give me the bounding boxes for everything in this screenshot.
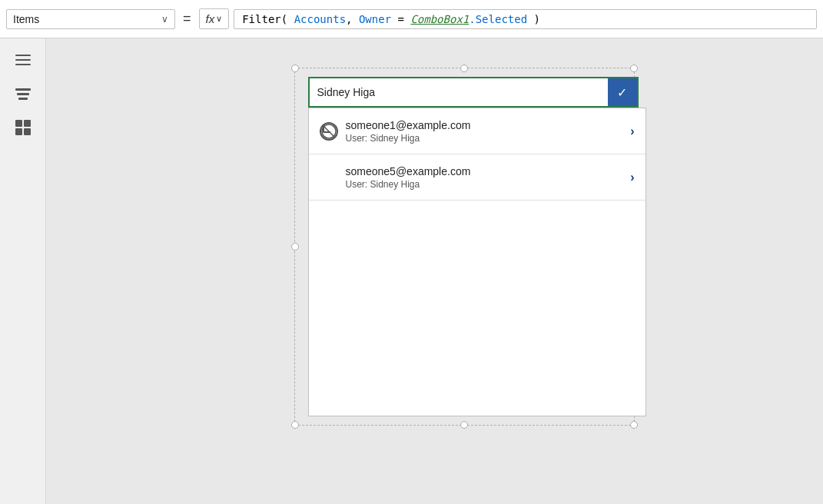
list-item[interactable]: someone1@example.com User: Sidney Higa › [309,108,645,154]
item-blocked-icon [320,122,338,141]
hamburger-icon [15,55,31,56]
item-content: someone1@example.com User: Sidney Higa [346,119,631,144]
equals-sign: = [180,11,194,27]
handle-bc[interactable] [460,421,468,429]
fx-icon: fx [206,12,215,25]
list-empty-area [309,201,645,416]
fx-button[interactable]: fx ∨ [199,8,230,29]
hamburger-icon [15,64,31,65]
sidebar-item-grid[interactable] [12,118,35,137]
combobox[interactable]: Sidney Higa ✓ [308,77,639,108]
svg-line-1 [324,126,334,137]
formula-input[interactable]: Filter( Accounts , Owner = ComboBox1 .Se… [234,9,817,29]
sidebar [0,38,46,504]
handle-tl[interactable] [291,65,299,72]
item-user: User: Sidney Higa [346,179,631,190]
item-navigate-icon[interactable]: › [630,171,634,184]
item-user: User: Sidney Higa [346,133,631,144]
sidebar-item-hamburger[interactable] [12,51,35,69]
handle-bl[interactable] [291,421,299,429]
list-item[interactable]: someone5@example.com User: Sidney Higa › [309,154,645,201]
item-email: someone5@example.com [346,165,631,177]
canvas-area: Sidney Higa ✓ [46,38,823,504]
items-dropdown[interactable]: Items ∨ [6,9,175,29]
combobox-dropdown-button[interactable]: ✓ [608,78,637,106]
handle-ml[interactable] [291,243,299,250]
item-content: someone5@example.com User: Sidney Higa [320,165,631,190]
fx-chevron-icon: ∨ [216,14,222,24]
items-dropdown-label: Items [13,13,158,25]
chevron-down-icon: ∨ [161,14,168,25]
dropdown-list: someone1@example.com User: Sidney Higa ›… [308,108,646,416]
combobox-chevron-icon: ✓ [617,85,627,100]
handle-br[interactable] [630,421,638,429]
handle-tc[interactable] [460,65,468,72]
hamburger-icon [15,59,31,61]
combobox-value: Sidney Higa [310,86,608,98]
item-navigate-icon[interactable]: › [630,124,634,138]
layers-icon [15,88,31,100]
grid-icon [15,120,31,135]
formula-bar: Items ∨ = fx ∨ Filter( Accounts , Owner … [0,0,823,38]
formula-text: Filter( Accounts , Owner = ComboBox1 .Se… [242,13,808,25]
handle-tr[interactable] [630,65,638,72]
main-area: Sidney Higa ✓ [0,38,823,504]
item-email: someone1@example.com [346,119,631,131]
sidebar-item-layers[interactable] [12,85,35,103]
